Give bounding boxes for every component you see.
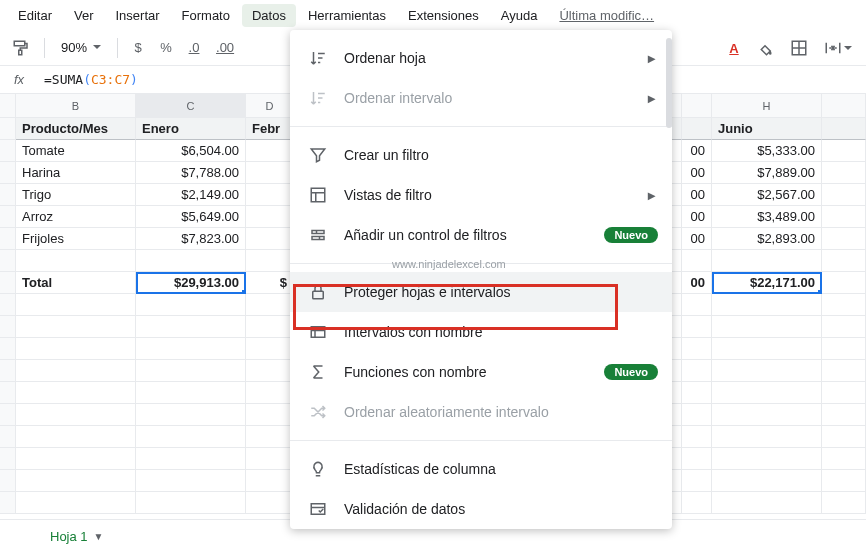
cell[interactable] bbox=[682, 316, 712, 338]
cell[interactable] bbox=[822, 470, 866, 492]
cell[interactable] bbox=[712, 338, 822, 360]
cell[interactable] bbox=[712, 448, 822, 470]
cell[interactable] bbox=[822, 448, 866, 470]
row-header[interactable] bbox=[0, 448, 16, 470]
zoom-select[interactable]: 90% bbox=[53, 40, 109, 55]
cell[interactable] bbox=[682, 250, 712, 272]
menu-item-add-slicer[interactable]: Añadir un control de filtrosNuevo bbox=[290, 215, 672, 255]
menu-datos[interactable]: Datos bbox=[242, 4, 296, 27]
cell[interactable] bbox=[16, 470, 136, 492]
cell[interactable] bbox=[822, 118, 866, 140]
cell[interactable]: Febr bbox=[246, 118, 294, 140]
corner-cell[interactable] bbox=[0, 94, 16, 118]
menu-editar[interactable]: Editar bbox=[8, 4, 62, 27]
cell[interactable] bbox=[16, 360, 136, 382]
cell[interactable]: Total bbox=[16, 272, 136, 294]
cell[interactable] bbox=[16, 426, 136, 448]
row-header[interactable] bbox=[0, 140, 16, 162]
menu-item-filter-views[interactable]: Vistas de filtro► bbox=[290, 175, 672, 215]
cell[interactable] bbox=[136, 250, 246, 272]
currency-button[interactable]: $ bbox=[126, 34, 150, 62]
cell[interactable] bbox=[246, 382, 294, 404]
cell[interactable] bbox=[136, 492, 246, 514]
col-header-h[interactable]: H bbox=[712, 94, 822, 118]
row-header[interactable] bbox=[0, 404, 16, 426]
menu-item-col-stats[interactable]: Estadísticas de columna bbox=[290, 449, 672, 489]
cell-selected[interactable]: $22,171.00 bbox=[712, 272, 822, 294]
cell[interactable]: $ bbox=[246, 272, 294, 294]
cell[interactable] bbox=[822, 250, 866, 272]
cell[interactable]: Tomate bbox=[16, 140, 136, 162]
cell[interactable] bbox=[246, 338, 294, 360]
cell[interactable] bbox=[246, 294, 294, 316]
cell[interactable] bbox=[712, 492, 822, 514]
cell[interactable] bbox=[246, 162, 294, 184]
cell[interactable] bbox=[712, 404, 822, 426]
cell[interactable] bbox=[136, 316, 246, 338]
borders-button[interactable] bbox=[784, 34, 814, 62]
cell[interactable]: $2,149.00 bbox=[136, 184, 246, 206]
cell[interactable] bbox=[246, 426, 294, 448]
menu-item-named-functions[interactable]: Funciones con nombreNuevo bbox=[290, 352, 672, 392]
cell[interactable] bbox=[682, 382, 712, 404]
col-header-b[interactable]: B bbox=[16, 94, 136, 118]
cell[interactable]: 00 bbox=[682, 162, 712, 184]
menu-ayuda[interactable]: Ayuda bbox=[491, 4, 548, 27]
row-header[interactable] bbox=[0, 250, 16, 272]
cell[interactable] bbox=[822, 228, 866, 250]
row-header[interactable] bbox=[0, 426, 16, 448]
cell[interactable] bbox=[682, 360, 712, 382]
cell[interactable]: $5,333.00 bbox=[712, 140, 822, 162]
cell[interactable] bbox=[712, 470, 822, 492]
cell[interactable] bbox=[682, 426, 712, 448]
row-header[interactable] bbox=[0, 382, 16, 404]
row-header[interactable] bbox=[0, 184, 16, 206]
menu-item-protect[interactable]: Proteger hojas e intervalos bbox=[290, 272, 672, 312]
cell[interactable] bbox=[246, 228, 294, 250]
col-header-g[interactable] bbox=[682, 94, 712, 118]
cell[interactable]: $7,889.00 bbox=[712, 162, 822, 184]
cell[interactable] bbox=[136, 360, 246, 382]
cell[interactable]: Trigo bbox=[16, 184, 136, 206]
cell[interactable] bbox=[682, 338, 712, 360]
cell[interactable] bbox=[712, 382, 822, 404]
row-header[interactable] bbox=[0, 118, 16, 140]
cell[interactable] bbox=[16, 492, 136, 514]
cell[interactable] bbox=[246, 140, 294, 162]
cell[interactable] bbox=[246, 360, 294, 382]
cell[interactable] bbox=[136, 470, 246, 492]
percent-button[interactable]: % bbox=[154, 34, 178, 62]
increase-decimal-button[interactable]: .00 bbox=[210, 34, 240, 62]
cell[interactable] bbox=[682, 448, 712, 470]
cell[interactable]: $2,893.00 bbox=[712, 228, 822, 250]
cell[interactable]: 00 bbox=[682, 184, 712, 206]
cell[interactable] bbox=[16, 448, 136, 470]
cell[interactable] bbox=[712, 426, 822, 448]
menu-item-named-ranges[interactable]: Intervalos con nombre bbox=[290, 312, 672, 352]
col-header-end[interactable] bbox=[822, 94, 866, 118]
merge-button[interactable] bbox=[818, 34, 858, 62]
cell[interactable]: $5,649.00 bbox=[136, 206, 246, 228]
cell[interactable] bbox=[246, 184, 294, 206]
cell[interactable] bbox=[136, 294, 246, 316]
cell[interactable]: Arroz bbox=[16, 206, 136, 228]
cell[interactable] bbox=[246, 206, 294, 228]
cell[interactable] bbox=[682, 470, 712, 492]
row-header[interactable] bbox=[0, 206, 16, 228]
last-modified-link[interactable]: Última modific… bbox=[549, 4, 664, 27]
cell[interactable] bbox=[822, 184, 866, 206]
cell-selected[interactable]: $29,913.00 bbox=[136, 272, 246, 294]
cell[interactable] bbox=[136, 404, 246, 426]
row-header[interactable] bbox=[0, 492, 16, 514]
row-header[interactable] bbox=[0, 294, 16, 316]
cell[interactable] bbox=[712, 360, 822, 382]
cell[interactable]: Enero bbox=[136, 118, 246, 140]
cell[interactable]: 00 bbox=[682, 272, 712, 294]
cell[interactable] bbox=[136, 338, 246, 360]
cell[interactable] bbox=[16, 316, 136, 338]
dropdown-scrollbar[interactable] bbox=[666, 38, 672, 128]
fill-color-button[interactable] bbox=[750, 34, 780, 62]
sheet-tab-hoja1[interactable]: Hoja 1 ▼ bbox=[36, 523, 117, 553]
cell[interactable] bbox=[822, 294, 866, 316]
cell[interactable] bbox=[822, 272, 866, 294]
